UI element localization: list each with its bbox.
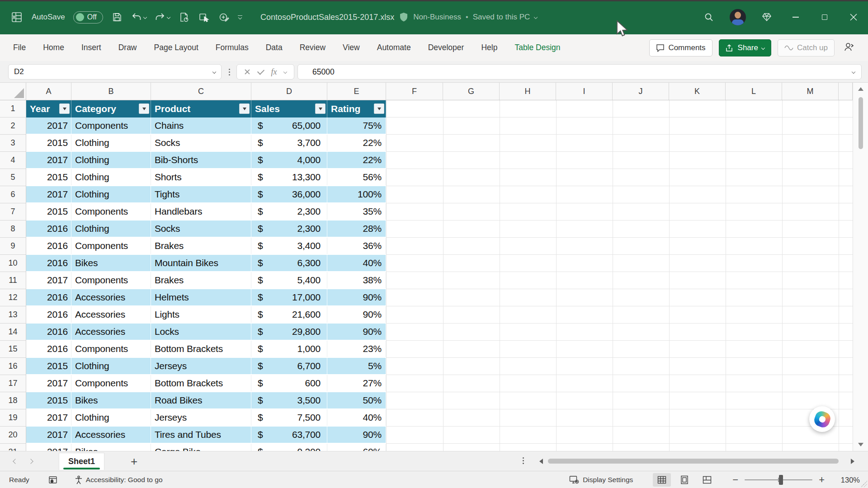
filter-button-year[interactable] — [59, 103, 70, 114]
formula-input[interactable]: 65000 — [297, 64, 862, 80]
cell-E5[interactable]: 56% — [327, 169, 386, 185]
document-title[interactable]: ContosoProductSales2015-2017.xlsx — [260, 13, 394, 22]
cell-E15[interactable]: 23% — [327, 341, 386, 357]
resize-grip[interactable] — [861, 481, 867, 487]
cell-D19[interactable]: $7,500 — [251, 409, 327, 426]
scroll-left-icon[interactable] — [539, 459, 543, 464]
cell-C21[interactable]: Cargo Bike — [151, 444, 251, 451]
cell-A8[interactable]: 2016 — [26, 221, 71, 237]
ribbon-tab-developer[interactable]: Developer — [420, 34, 473, 61]
row-header-14[interactable]: 14 — [0, 324, 26, 341]
cell-A4[interactable]: 2017 — [26, 152, 71, 168]
cell-A14[interactable]: 2016 — [26, 324, 71, 340]
cell-A11[interactable]: 2017 — [26, 272, 71, 288]
zoom-out-button[interactable]: − — [730, 474, 741, 486]
select-all-corner[interactable] — [0, 83, 26, 100]
row-header-11[interactable]: 11 — [0, 272, 26, 289]
row-header-17[interactable]: 17 — [0, 375, 26, 392]
cell-B3[interactable]: Clothing — [71, 135, 151, 151]
column-header-M[interactable]: M — [782, 83, 839, 100]
cell-C2[interactable]: Chains — [151, 117, 251, 134]
cell-B5[interactable]: Clothing — [71, 169, 151, 185]
row-header-10[interactable]: 10 — [0, 255, 26, 272]
cell-E12[interactable]: 90% — [327, 289, 386, 305]
cell-A6[interactable]: 2017 — [26, 186, 71, 202]
cell-A3[interactable]: 2015 — [26, 135, 71, 151]
cell-A19[interactable]: 2017 — [26, 409, 71, 426]
column-header-D[interactable]: D — [251, 83, 327, 100]
cell-B14[interactable]: Accessories — [71, 324, 151, 340]
sheet-nav-next-icon[interactable] — [28, 459, 33, 464]
cell-B4[interactable]: Clothing — [71, 152, 151, 168]
cell-C20[interactable]: Tires and Tubes — [151, 427, 251, 443]
name-box[interactable]: D2 — [8, 64, 222, 80]
row-header-2[interactable]: 2 — [0, 117, 26, 135]
row-header-4[interactable]: 4 — [0, 152, 26, 169]
cell-D15[interactable]: $1,000 — [251, 341, 327, 357]
ribbon-tab-page-layout[interactable]: Page Layout — [146, 34, 207, 61]
cell-B2[interactable]: Components — [71, 117, 151, 134]
cell-C3[interactable]: Socks — [151, 135, 251, 151]
vertical-scroll-thumb[interactable] — [859, 97, 863, 149]
cell-B17[interactable]: Components — [71, 375, 151, 391]
cell-D4[interactable]: $4,000 — [251, 152, 327, 168]
cell-D14[interactable]: $29,800 — [251, 324, 327, 340]
cell-E9[interactable]: 36% — [327, 238, 386, 254]
cell-E18[interactable]: 50% — [327, 392, 386, 408]
cell-B19[interactable]: Clothing — [71, 409, 151, 426]
row-header-21[interactable]: 21 — [0, 444, 26, 451]
cell-E19[interactable]: 40% — [327, 409, 386, 426]
add-people-icon[interactable] — [844, 42, 854, 54]
column-header-L[interactable]: L — [726, 83, 782, 100]
close-button[interactable] — [839, 0, 868, 34]
row-header-19[interactable]: 19 — [0, 409, 26, 427]
cell-A5[interactable]: 2015 — [26, 169, 71, 185]
row-header-1[interactable]: 1 — [0, 100, 26, 117]
ribbon-tab-automate[interactable]: Automate — [368, 34, 420, 61]
title-dropdown-icon[interactable] — [534, 15, 538, 19]
ink-annotate-icon[interactable] — [218, 11, 230, 23]
cell-C18[interactable]: Road Bikes — [151, 392, 251, 408]
zoom-in-button[interactable]: + — [816, 474, 827, 486]
cell-E8[interactable]: 28% — [327, 221, 386, 237]
ribbon-tab-help[interactable]: Help — [472, 34, 506, 61]
cell-A9[interactable]: 2016 — [26, 238, 71, 254]
copilot-button[interactable] — [809, 406, 835, 432]
maximize-button[interactable] — [810, 0, 839, 34]
column-header-E[interactable]: E — [327, 83, 386, 100]
redo-button[interactable] — [155, 12, 170, 23]
display-settings-button[interactable]: Display Settings — [569, 475, 633, 484]
row-header-3[interactable]: 3 — [0, 135, 26, 152]
ribbon-tab-data[interactable]: Data — [257, 34, 291, 61]
cell-D16[interactable]: $6,700 — [251, 358, 327, 374]
zoom-slider[interactable] — [745, 479, 812, 480]
cell-C12[interactable]: Helmets — [151, 289, 251, 305]
cell-D3[interactable]: $3,700 — [251, 135, 327, 151]
column-header-K[interactable]: K — [669, 83, 726, 100]
cell-D17[interactable]: $600 — [251, 375, 327, 391]
column-header-B[interactable]: B — [71, 83, 151, 100]
comments-button[interactable]: Comments — [649, 39, 712, 56]
search-icon[interactable] — [694, 0, 723, 34]
cell-D5[interactable]: $13,300 — [251, 169, 327, 185]
column-header-A[interactable]: A — [26, 83, 71, 100]
cell-C5[interactable]: Shorts — [151, 169, 251, 185]
cell-B15[interactable]: Components — [71, 341, 151, 357]
ribbon-tab-table-design[interactable]: Table Design — [506, 34, 569, 61]
cell-E13[interactable]: 90% — [327, 306, 386, 323]
cell-E17[interactable]: 27% — [327, 375, 386, 391]
cell-C14[interactable]: Locks — [151, 324, 251, 340]
cell-D13[interactable]: $21,600 — [251, 306, 327, 323]
cell-A16[interactable]: 2015 — [26, 358, 71, 374]
row-header-8[interactable]: 8 — [0, 221, 26, 238]
cell-E21[interactable]: 60% — [327, 444, 386, 451]
accessibility-status[interactable]: Accessibility: Good to go — [75, 475, 163, 484]
vertical-scrollbar[interactable] — [853, 83, 868, 451]
cell-D2[interactable]: $65,000 — [251, 117, 327, 134]
scroll-right-icon[interactable] — [851, 459, 854, 464]
cell-C10[interactable]: Mountain Bikes — [151, 255, 251, 271]
horizontal-scroll-thumb[interactable] — [548, 459, 839, 464]
cell-C9[interactable]: Brakes — [151, 238, 251, 254]
cell-E3[interactable]: 22% — [327, 135, 386, 151]
cell-D18[interactable]: $3,500 — [251, 392, 327, 408]
